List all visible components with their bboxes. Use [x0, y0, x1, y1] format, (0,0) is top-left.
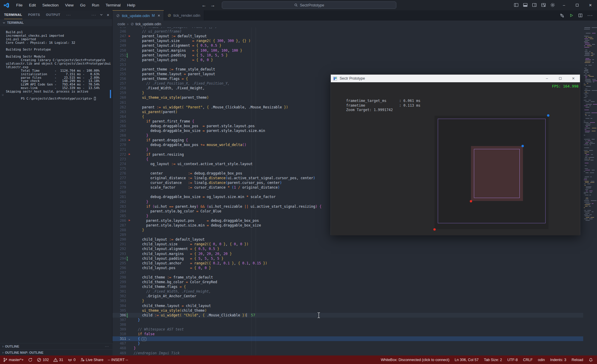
git-compare-icon[interactable]	[560, 13, 564, 18]
terminal-output[interactable]: Build.ps1incremental_checks.ps1 imported…	[0, 28, 113, 355]
breadcrumb-folder[interactable]: code	[118, 22, 125, 26]
status-item-utf-8[interactable]: UTF-8	[507, 358, 518, 362]
line-number[interactable]: 246	[113, 29, 126, 33]
line-number[interactable]: 310	[113, 332, 126, 336]
minimize-button[interactable]: –	[557, 0, 571, 10]
line-number[interactable]: 266	[113, 124, 126, 128]
panel-tabs-more-icon[interactable]: ···	[66, 13, 71, 17]
line-number[interactable]: 300	[113, 285, 126, 289]
status-item-master[interactable]: master*+	[3, 358, 24, 362]
close-button[interactable]: ×	[584, 0, 597, 10]
app-minimize-button[interactable]: –	[540, 75, 554, 82]
line-number[interactable]: 280	[113, 190, 126, 194]
line-number[interactable]: 249	[113, 43, 126, 48]
line-number[interactable]: 254	[113, 67, 126, 71]
nav-forward-button[interactable]: →	[210, 3, 215, 8]
line-number[interactable]: 274	[113, 162, 126, 166]
line-number[interactable]: 288	[113, 228, 126, 232]
folded-region[interactable]: ⋯	[142, 337, 146, 341]
line-number[interactable]: 277	[113, 176, 126, 180]
breadcrumb-file[interactable]: tick_update.odin	[130, 22, 161, 26]
app-maximize-button[interactable]	[554, 75, 567, 82]
line-number[interactable]: 290	[113, 237, 126, 241]
line-number[interactable]: 256	[113, 77, 126, 81]
gear-icon[interactable]	[550, 3, 555, 8]
line-number[interactable]: 296	[113, 266, 126, 270]
line-number[interactable]: 276	[113, 171, 126, 175]
line-number[interactable]: 311	[113, 337, 126, 341]
sidebar-section-outline-map[interactable]: › OUTLINE MAP: OUTLINE	[0, 349, 113, 355]
line-number[interactable]: 265	[113, 119, 126, 123]
line-number[interactable]: 302	[113, 294, 126, 298]
line-number[interactable]: 308	[113, 323, 126, 327]
split-editor-icon[interactable]	[578, 13, 583, 18]
status-item-102[interactable]: 102	[37, 358, 49, 362]
terminal-section-header[interactable]: TERMINAL	[0, 19, 112, 26]
status-item-31[interactable]: 31	[53, 358, 63, 362]
line-number[interactable]: 289	[113, 233, 126, 237]
line-number[interactable]: 293	[113, 252, 126, 256]
menu-item-terminal[interactable]: Terminal	[102, 0, 124, 10]
fold-chevron-icon[interactable]: ⌄	[128, 337, 130, 340]
line-number[interactable]: 286	[113, 219, 126, 223]
line-number[interactable]: 306	[113, 313, 126, 317]
line-number[interactable]: 259	[113, 91, 126, 95]
resize-handle-blue[interactable]	[521, 145, 524, 147]
line-number[interactable]: 467	[113, 341, 126, 345]
status-item-insert[interactable]: -- INSERT --	[108, 358, 128, 362]
line-number[interactable]: 273	[113, 157, 126, 161]
line-number[interactable]: 255	[113, 72, 126, 76]
status-item-odin[interactable]: odin	[538, 358, 545, 362]
layout-sidebar-right-icon[interactable]	[532, 3, 537, 8]
tab-close-icon[interactable]: ×	[158, 13, 160, 18]
line-number[interactable]: 281	[113, 195, 126, 199]
line-number[interactable]: 468	[113, 346, 126, 350]
line-number[interactable]: 261	[113, 100, 126, 105]
line-number[interactable]: 301	[113, 289, 126, 293]
line-number[interactable]: 307	[113, 318, 126, 322]
panel-tab-terminal[interactable]: TERMINAL	[4, 11, 22, 19]
status-item-crlf[interactable]: CRLF	[523, 358, 533, 362]
app-titlebar[interactable]: Sectr Prototype – ✕	[331, 75, 580, 82]
line-number[interactable]: 262	[113, 105, 126, 109]
resize-handle-blue[interactable]	[547, 114, 549, 117]
line-number[interactable]: 295	[113, 261, 126, 265]
outline-more-actions-icon[interactable]: ···	[105, 345, 109, 348]
line-number[interactable]: 271	[113, 147, 126, 152]
line-number[interactable]: 284	[113, 209, 126, 213]
status-item-ln-306-col-57[interactable]: Ln 306, Col 57	[455, 358, 479, 362]
line-number[interactable]: 258	[113, 86, 126, 90]
line-number[interactable]: 278	[113, 181, 126, 185]
line-number[interactable]: 250	[113, 48, 126, 53]
line-number[interactable]: 247	[113, 34, 126, 38]
run-button[interactable]	[569, 13, 573, 18]
line-number[interactable]: 251	[113, 53, 126, 57]
line-number[interactable]: 309	[113, 327, 126, 331]
menu-item-edit[interactable]: Edit	[26, 0, 39, 10]
layout-panel-icon[interactable]	[523, 3, 528, 8]
menu-item-view[interactable]: View	[62, 0, 77, 10]
line-number[interactable]: 264	[113, 115, 126, 119]
line-number[interactable]: 260	[113, 95, 126, 100]
sidebar-section-outline[interactable]: › OUTLINE ···	[0, 343, 113, 349]
status-item-indents-3[interactable]: Indents: 3	[550, 358, 566, 362]
app-close-button[interactable]: ✕	[567, 75, 580, 82]
status-item-whitebox-disconnected-click-to-connect[interactable]: WhiteBox: Disconnected (click to connect…	[381, 358, 449, 362]
line-number[interactable]: 294	[113, 256, 126, 261]
line-number[interactable]: 253	[113, 63, 126, 67]
more-actions-icon[interactable]: ···	[587, 13, 593, 18]
line-number[interactable]: 257	[113, 81, 126, 85]
line-number[interactable]: 292	[113, 247, 126, 251]
menu-item-file[interactable]: File	[13, 0, 26, 10]
menu-item-go[interactable]: Go	[77, 0, 89, 10]
panel-chevron-icon[interactable]	[100, 13, 103, 16]
status-item-sync-icon[interactable]	[28, 358, 32, 362]
panel-tab-output[interactable]: OUTPUT	[46, 11, 61, 19]
status-item-reload[interactable]: Reload	[571, 358, 583, 362]
line-number[interactable]: 272	[113, 152, 126, 157]
editor-tab-tick_update.odin[interactable]: tick_update.odinM×	[113, 10, 164, 21]
layout-customize-icon[interactable]	[541, 3, 546, 8]
line-number[interactable]: 268	[113, 133, 126, 137]
line-number[interactable]: 245	[113, 27, 126, 29]
line-number[interactable]: 283	[113, 204, 126, 209]
